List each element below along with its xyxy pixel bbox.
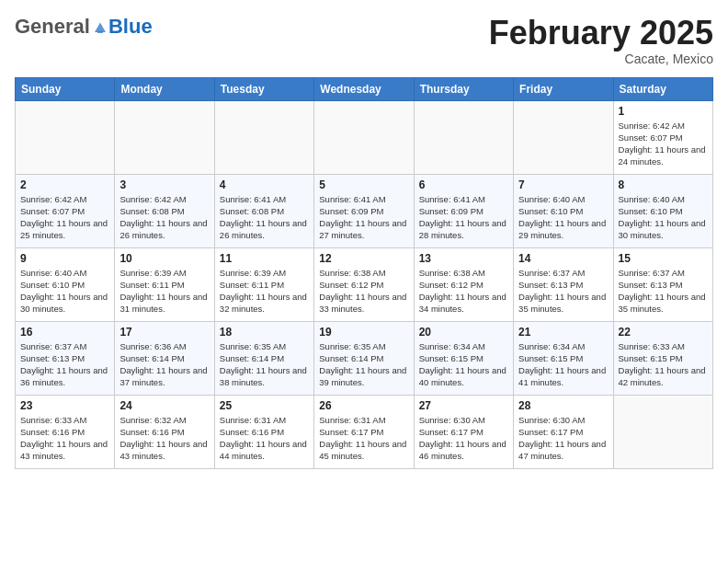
day-number: 3 — [119, 178, 209, 191]
calendar-day-cell: 5Sunrise: 6:41 AM Sunset: 6:09 PM Daylig… — [314, 174, 414, 247]
day-info: Sunrise: 6:33 AM Sunset: 6:15 PM Dayligh… — [619, 340, 708, 389]
day-info: Sunrise: 6:31 AM Sunset: 6:17 PM Dayligh… — [319, 414, 408, 463]
calendar-week-row: 2Sunrise: 6:42 AM Sunset: 6:07 PM Daylig… — [16, 174, 713, 247]
day-info: Sunrise: 6:30 AM Sunset: 6:17 PM Dayligh… — [518, 414, 608, 463]
calendar-day-cell: 3Sunrise: 6:42 AM Sunset: 6:08 PM Daylig… — [115, 174, 214, 247]
calendar-day-cell — [115, 100, 214, 174]
day-info: Sunrise: 6:33 AM Sunset: 6:16 PM Dayligh… — [20, 414, 109, 463]
day-info: Sunrise: 6:30 AM Sunset: 6:17 PM Dayligh… — [419, 414, 508, 463]
day-info: Sunrise: 6:34 AM Sunset: 6:15 PM Dayligh… — [419, 340, 508, 389]
calendar-day-cell — [214, 100, 313, 174]
calendar-day-cell: 19Sunrise: 6:35 AM Sunset: 6:14 PM Dayli… — [314, 321, 414, 395]
calendar-day-cell: 24Sunrise: 6:32 AM Sunset: 6:16 PM Dayli… — [115, 395, 214, 468]
day-info: Sunrise: 6:35 AM Sunset: 6:14 PM Dayligh… — [319, 340, 408, 389]
calendar-day-cell: 2Sunrise: 6:42 AM Sunset: 6:07 PM Daylig… — [16, 174, 115, 247]
location-subtitle: Cacate, Mexico — [489, 52, 713, 66]
day-of-week-header: Wednesday — [314, 77, 414, 100]
calendar-day-cell: 10Sunrise: 6:39 AM Sunset: 6:11 PM Dayli… — [115, 247, 214, 321]
calendar-day-cell — [314, 100, 414, 174]
day-number: 19 — [319, 326, 408, 339]
day-number: 8 — [619, 178, 708, 191]
calendar-day-cell: 11Sunrise: 6:39 AM Sunset: 6:11 PM Dayli… — [214, 247, 313, 321]
day-of-week-header: Thursday — [414, 77, 513, 100]
calendar-day-cell: 7Sunrise: 6:40 AM Sunset: 6:10 PM Daylig… — [514, 174, 613, 247]
calendar-day-cell: 23Sunrise: 6:33 AM Sunset: 6:16 PM Dayli… — [16, 395, 115, 468]
calendar-day-cell: 25Sunrise: 6:31 AM Sunset: 6:16 PM Dayli… — [214, 395, 313, 468]
day-number: 20 — [419, 326, 508, 339]
day-number: 13 — [419, 252, 508, 265]
day-info: Sunrise: 6:37 AM Sunset: 6:13 PM Dayligh… — [20, 340, 109, 389]
calendar-day-cell: 22Sunrise: 6:33 AM Sunset: 6:15 PM Dayli… — [613, 321, 712, 395]
day-info: Sunrise: 6:39 AM Sunset: 6:11 PM Dayligh… — [119, 267, 209, 316]
calendar-day-cell: 20Sunrise: 6:34 AM Sunset: 6:15 PM Dayli… — [414, 321, 513, 395]
day-info: Sunrise: 6:34 AM Sunset: 6:15 PM Dayligh… — [518, 340, 608, 389]
day-info: Sunrise: 6:40 AM Sunset: 6:10 PM Dayligh… — [20, 267, 109, 316]
day-info: Sunrise: 6:31 AM Sunset: 6:16 PM Dayligh… — [220, 414, 309, 463]
logo-general: General — [15, 15, 90, 39]
day-of-week-header: Tuesday — [214, 77, 313, 100]
day-number: 28 — [518, 399, 608, 412]
day-info: Sunrise: 6:41 AM Sunset: 6:09 PM Dayligh… — [319, 193, 408, 242]
day-info: Sunrise: 6:37 AM Sunset: 6:13 PM Dayligh… — [518, 267, 608, 316]
logo-blue: Blue — [108, 15, 153, 39]
day-number: 24 — [119, 399, 209, 412]
title-block: February 2025 Cacate, Mexico — [489, 15, 713, 66]
day-number: 4 — [220, 178, 309, 191]
day-of-week-header: Sunday — [16, 77, 115, 100]
day-number: 25 — [220, 399, 309, 412]
day-info: Sunrise: 6:40 AM Sunset: 6:10 PM Dayligh… — [619, 193, 708, 242]
day-number: 1 — [619, 105, 708, 118]
day-info: Sunrise: 6:41 AM Sunset: 6:08 PM Dayligh… — [220, 193, 309, 242]
calendar-day-cell: 1Sunrise: 6:42 AM Sunset: 6:07 PM Daylig… — [613, 100, 712, 174]
day-number: 23 — [20, 399, 109, 412]
month-title: February 2025 — [489, 15, 713, 52]
day-info: Sunrise: 6:32 AM Sunset: 6:16 PM Dayligh… — [119, 414, 209, 463]
day-number: 27 — [419, 399, 508, 412]
logo-icon — [92, 18, 108, 35]
calendar-header-row: SundayMondayTuesdayWednesdayThursdayFrid… — [16, 77, 713, 100]
calendar-day-cell: 15Sunrise: 6:37 AM Sunset: 6:13 PM Dayli… — [613, 247, 712, 321]
day-info: Sunrise: 6:42 AM Sunset: 6:07 PM Dayligh… — [619, 120, 708, 168]
day-number: 22 — [619, 326, 708, 339]
calendar-day-cell: 9Sunrise: 6:40 AM Sunset: 6:10 PM Daylig… — [16, 247, 115, 321]
calendar-week-row: 23Sunrise: 6:33 AM Sunset: 6:16 PM Dayli… — [16, 395, 713, 468]
day-info: Sunrise: 6:41 AM Sunset: 6:09 PM Dayligh… — [419, 193, 508, 242]
day-number: 9 — [20, 252, 109, 265]
calendar-day-cell: 21Sunrise: 6:34 AM Sunset: 6:15 PM Dayli… — [514, 321, 613, 395]
calendar-day-cell: 16Sunrise: 6:37 AM Sunset: 6:13 PM Dayli… — [16, 321, 115, 395]
calendar-table: SundayMondayTuesdayWednesdayThursdayFrid… — [15, 77, 713, 469]
calendar-week-row: 9Sunrise: 6:40 AM Sunset: 6:10 PM Daylig… — [16, 247, 713, 321]
day-info: Sunrise: 6:38 AM Sunset: 6:12 PM Dayligh… — [419, 267, 508, 316]
day-number: 11 — [220, 252, 309, 265]
day-info: Sunrise: 6:36 AM Sunset: 6:14 PM Dayligh… — [119, 340, 209, 389]
day-number: 2 — [20, 178, 109, 191]
calendar-day-cell: 14Sunrise: 6:37 AM Sunset: 6:13 PM Dayli… — [514, 247, 613, 321]
day-info: Sunrise: 6:39 AM Sunset: 6:11 PM Dayligh… — [220, 267, 309, 316]
day-info: Sunrise: 6:38 AM Sunset: 6:12 PM Dayligh… — [319, 267, 408, 316]
calendar-day-cell: 17Sunrise: 6:36 AM Sunset: 6:14 PM Dayli… — [115, 321, 214, 395]
day-info: Sunrise: 6:35 AM Sunset: 6:14 PM Dayligh… — [220, 340, 309, 389]
day-number: 16 — [20, 326, 109, 339]
calendar-week-row: 1Sunrise: 6:42 AM Sunset: 6:07 PM Daylig… — [16, 100, 713, 174]
logo: General Blue — [15, 15, 153, 39]
calendar-day-cell: 28Sunrise: 6:30 AM Sunset: 6:17 PM Dayli… — [514, 395, 613, 468]
calendar-day-cell — [414, 100, 513, 174]
day-number: 12 — [319, 252, 408, 265]
day-number: 7 — [518, 178, 608, 191]
day-number: 26 — [319, 399, 408, 412]
day-number: 5 — [319, 178, 408, 191]
calendar-day-cell — [613, 395, 712, 468]
calendar-day-cell — [16, 100, 115, 174]
day-number: 17 — [119, 326, 209, 339]
calendar-day-cell: 13Sunrise: 6:38 AM Sunset: 6:12 PM Dayli… — [414, 247, 513, 321]
day-number: 10 — [119, 252, 209, 265]
calendar-day-cell: 4Sunrise: 6:41 AM Sunset: 6:08 PM Daylig… — [214, 174, 313, 247]
day-number: 6 — [419, 178, 508, 191]
day-number: 15 — [619, 252, 708, 265]
day-number: 14 — [518, 252, 608, 265]
calendar-day-cell: 8Sunrise: 6:40 AM Sunset: 6:10 PM Daylig… — [613, 174, 712, 247]
day-info: Sunrise: 6:42 AM Sunset: 6:08 PM Dayligh… — [119, 193, 209, 242]
calendar-day-cell — [514, 100, 613, 174]
page-header: General Blue February 2025 Cacate, Mexic… — [15, 15, 713, 66]
calendar-day-cell: 26Sunrise: 6:31 AM Sunset: 6:17 PM Dayli… — [314, 395, 414, 468]
